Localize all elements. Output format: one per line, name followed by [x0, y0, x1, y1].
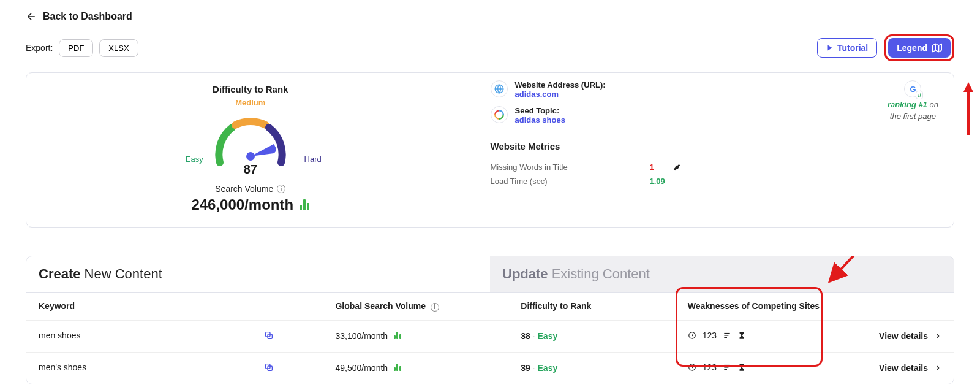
col-weaknesses: Weaknesses of Competing Sites	[688, 301, 820, 311]
website-metrics-title: Website Metrics	[491, 132, 888, 151]
table-row: men shoes 33,100/month 38 · Easy	[26, 320, 954, 352]
info-icon[interactable]: i	[431, 303, 439, 312]
summary-panel: Difficulty to Rank Medium Easy Hard 87 S…	[26, 72, 954, 228]
svg-marker-1	[827, 45, 832, 51]
clock-icon	[688, 363, 696, 372]
search-volume-value: 246,000/month	[191, 196, 293, 213]
svg-point-5	[246, 152, 255, 161]
keyword-text: men's shoes	[39, 362, 86, 372]
back-to-dashboard-link[interactable]: Back to Dashboard	[26, 11, 132, 22]
clock-icon	[688, 331, 696, 340]
ranking-text-on: on	[930, 100, 938, 109]
chevron-right-icon	[934, 364, 941, 372]
metric-missing-words-value: 1	[650, 162, 654, 172]
export-label: Export:	[26, 43, 53, 53]
bars-icon	[394, 364, 401, 371]
tutorial-label: Tutorial	[837, 43, 868, 53]
list-icon	[723, 363, 731, 372]
wrench-icon	[673, 163, 681, 172]
legend-button[interactable]: Legend	[888, 38, 951, 58]
seed-topic-icon	[491, 106, 508, 123]
difficulty-num: 38	[521, 331, 530, 341]
weakness-number: 123	[703, 362, 717, 372]
ranking-badge: G # ranking #1 on the first page	[888, 80, 938, 215]
table-row: men's shoes 49,500/month 39 · Easy	[26, 352, 954, 384]
url-label: Website Address (URL):	[515, 80, 606, 90]
keyword-text: men shoes	[39, 331, 80, 340]
col-difficulty: Difficulty to Rank	[521, 301, 591, 311]
col-volume: Global Search Volume	[335, 301, 426, 311]
difficulty-num: 39	[521, 363, 530, 373]
difficulty-label: Easy	[538, 363, 558, 373]
keywords-table: Keyword Global Search Volume i Difficult…	[26, 292, 954, 384]
gauge-medium-label: Medium	[235, 98, 265, 107]
weakness-icons: 123	[688, 331, 746, 340]
weakness-number: 123	[703, 331, 717, 340]
url-value[interactable]: adidas.com	[515, 90, 606, 99]
metric-load-time-value: 1.09	[650, 177, 665, 186]
info-icon[interactable]: i	[277, 185, 285, 193]
legend-label: Legend	[897, 43, 927, 53]
difficulty-label: Easy	[538, 331, 558, 341]
difficulty-title: Difficulty to Rank	[213, 84, 288, 94]
tab-create-content[interactable]: Create New Content	[26, 256, 490, 292]
svg-marker-2	[933, 44, 942, 52]
list-icon	[723, 331, 731, 340]
view-details-button[interactable]: View details	[879, 331, 941, 341]
metric-load-time-label: Load Time (sec)	[491, 177, 631, 186]
legend-annotation-box: Legend	[884, 34, 954, 61]
tutorial-button[interactable]: Tutorial	[817, 38, 877, 58]
map-icon	[932, 43, 942, 53]
copy-icon[interactable]	[264, 331, 274, 342]
volume-text: 49,500/month	[335, 363, 388, 373]
hourglass-icon	[737, 363, 746, 372]
back-label: Back to Dashboard	[43, 11, 132, 22]
gauge-hard-label: Hard	[304, 155, 322, 164]
bars-icon	[394, 332, 401, 339]
export-pdf-button[interactable]: PDF	[59, 39, 93, 57]
seed-topic-label: Seed Topic:	[515, 106, 565, 115]
annotation-arrow-up	[963, 82, 973, 135]
play-icon	[826, 44, 834, 52]
metric-missing-words-label: Missing Words in Title	[491, 162, 631, 172]
export-xlsx-button[interactable]: XLSX	[99, 39, 138, 57]
arrow-left-icon	[26, 11, 37, 22]
copy-icon[interactable]	[264, 362, 274, 374]
seed-topic-value[interactable]: adidas shoes	[515, 115, 565, 124]
view-details-button[interactable]: View details	[879, 363, 941, 373]
globe-icon	[491, 80, 508, 98]
bars-icon	[300, 199, 309, 210]
volume-text: 33,100/month	[335, 331, 388, 341]
hourglass-icon	[737, 331, 746, 340]
col-keyword: Keyword	[39, 301, 75, 311]
ranking-text-page: the first page	[890, 112, 936, 121]
google-icon: G #	[904, 80, 921, 98]
chevron-right-icon	[934, 332, 941, 340]
difficulty-gauge	[208, 107, 293, 169]
tab-update-content[interactable]: Update Existing Content	[490, 256, 954, 292]
weakness-icons: 123	[688, 362, 746, 372]
search-volume-label: Search Volume	[215, 184, 273, 194]
gauge-easy-label: Easy	[186, 155, 203, 164]
export-group: Export: PDF XLSX	[26, 39, 138, 57]
ranking-text-main: ranking #1	[888, 100, 927, 109]
